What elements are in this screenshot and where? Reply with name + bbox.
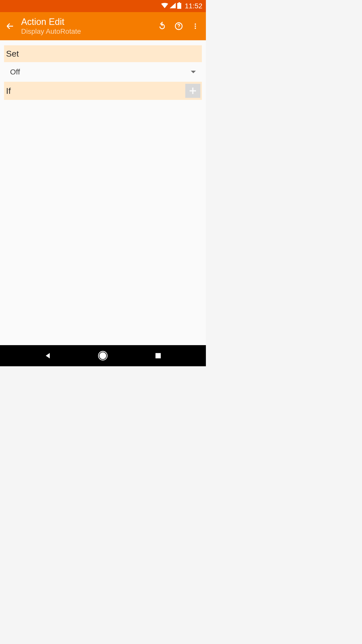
section-set-label: Set xyxy=(6,49,19,58)
set-dropdown[interactable]: Off xyxy=(4,62,202,82)
app-bar: Action Edit Display AutoRotate xyxy=(0,12,206,40)
section-header-if: If xyxy=(4,82,202,100)
svg-point-5 xyxy=(195,25,196,27)
clock-time: 11:52 xyxy=(185,2,202,10)
add-condition-button[interactable] xyxy=(185,84,200,98)
svg-point-8 xyxy=(100,353,106,359)
back-button[interactable] xyxy=(4,20,16,32)
set-dropdown-value: Off xyxy=(10,68,20,76)
appbar-titles: Action Edit Display AutoRotate xyxy=(21,17,157,35)
appbar-actions xyxy=(157,21,202,32)
appbar-subtitle: Display AutoRotate xyxy=(21,27,157,35)
overflow-menu-button[interactable] xyxy=(190,21,201,32)
svg-rect-1 xyxy=(177,3,181,9)
chevron-down-icon xyxy=(191,71,196,73)
cellular-icon xyxy=(170,3,176,9)
nav-recent-button[interactable] xyxy=(148,346,168,366)
section-if-label: If xyxy=(6,86,11,96)
nav-home-button[interactable] xyxy=(93,346,113,366)
svg-point-3 xyxy=(178,28,179,28)
status-bar: 11:52 xyxy=(0,0,206,12)
svg-rect-0 xyxy=(178,2,180,3)
undo-button[interactable] xyxy=(157,21,168,32)
nav-back-button[interactable] xyxy=(38,346,58,366)
svg-rect-9 xyxy=(156,353,161,358)
svg-point-6 xyxy=(195,28,196,29)
svg-point-4 xyxy=(195,23,196,25)
navigation-bar xyxy=(0,345,206,366)
help-button[interactable] xyxy=(173,21,184,32)
appbar-title: Action Edit xyxy=(21,17,157,27)
wifi-icon xyxy=(161,3,168,9)
section-header-set: Set xyxy=(4,45,202,62)
battery-icon xyxy=(177,2,181,10)
content-area: Set Off If xyxy=(0,40,206,345)
